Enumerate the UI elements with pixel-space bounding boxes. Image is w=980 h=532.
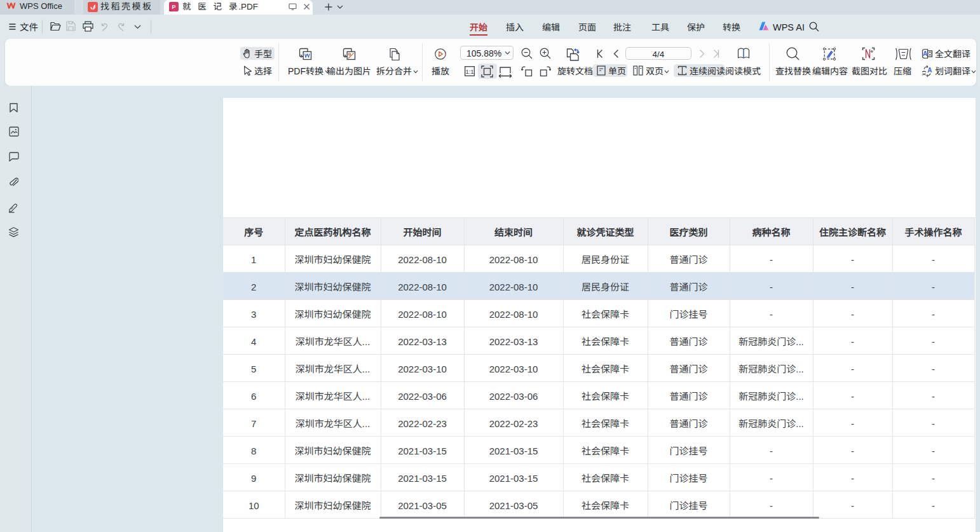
svg-text:1:1: 1:1 xyxy=(465,68,473,75)
svg-text:A: A xyxy=(923,50,927,57)
svg-text:A: A xyxy=(927,67,932,74)
svg-text:P: P xyxy=(172,4,176,10)
